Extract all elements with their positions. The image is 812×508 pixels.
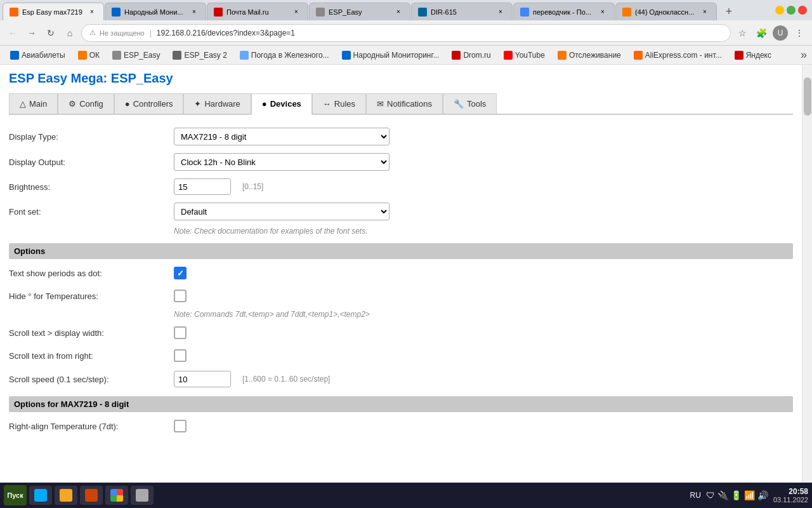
page-title: ESP Easy Mega: ESP_Easy (9, 71, 793, 86)
tab-notifications-label: Notifications (387, 99, 432, 109)
bookmark-ok[interactable]: ОК (73, 49, 105, 62)
taskbar-ie[interactable] (29, 486, 52, 505)
forward-button[interactable]: → (24, 25, 39, 41)
tab-close-5[interactable]: × (495, 7, 506, 17)
start-button[interactable]: Пуск (4, 485, 27, 505)
tab-devices[interactable]: ● Devices (251, 93, 312, 115)
menu-button[interactable]: ⋮ (792, 25, 807, 41)
font-set-control: Default Font1 Font2 (174, 203, 793, 220)
taskbar-chrome[interactable] (105, 486, 128, 505)
scrollbar-thumb[interactable] (804, 77, 811, 116)
scroll-from-right-row: Scroll text in from right: (9, 344, 793, 367)
tab-rules[interactable]: ↔ Rules (312, 93, 366, 114)
tab-devices-icon: ● (262, 99, 267, 109)
extensions-button[interactable]: 🧩 (754, 25, 769, 41)
tab-close-2[interactable]: × (189, 7, 199, 17)
home-button[interactable]: ⌂ (62, 25, 77, 41)
account-button[interactable]: U (773, 25, 788, 41)
tab-notifications[interactable]: ✉ Notifications (366, 93, 443, 114)
tab-close-3[interactable]: × (291, 7, 301, 17)
bookmark-esp-easy-2[interactable]: ESP_Easy 2 (167, 49, 232, 62)
bookmark-narodnyi[interactable]: Народный Мониторинг... (337, 49, 445, 62)
tab-main[interactable]: △ Main (9, 93, 58, 114)
insecure-icon: ⚠ (89, 29, 96, 37)
scroll-from-right-checkbox[interactable] (174, 349, 187, 362)
tab-7[interactable]: (44) Одноклассн... × (615, 3, 717, 20)
options-section-header: Options (9, 243, 793, 259)
bookmark-pogoda[interactable]: Погода в Железного... (235, 49, 334, 62)
refresh-button[interactable]: ↻ (43, 25, 58, 41)
minimize-button[interactable] (775, 6, 784, 15)
bookmark-star[interactable]: ☆ (735, 25, 750, 41)
font-set-select[interactable]: Default Font1 Font2 (174, 203, 390, 220)
brightness-input[interactable] (174, 178, 231, 195)
taskbar-shield-icon: 🛡 (706, 490, 715, 500)
taskbar-files[interactable] (55, 486, 77, 505)
bookmark-label-5: Погода в Железного... (251, 51, 329, 60)
font-set-row: Font set: Default Font1 Font2 (9, 199, 793, 224)
bookmark-favicon-6 (342, 51, 351, 60)
right-align-checkbox[interactable] (174, 420, 187, 432)
tab-config-label: Config (79, 99, 103, 109)
insecure-label: Не защищено (100, 29, 145, 37)
brightness-control: [0..15] (174, 178, 793, 195)
tab-close-7[interactable]: × (700, 7, 710, 17)
tab-4[interactable]: ESP_Easy × (309, 3, 410, 20)
hide-degree-label: Hide ° for Temperatures: (9, 291, 174, 301)
tab-1[interactable]: Esp Easy max7219 × (3, 3, 104, 20)
scroll-speed-row: Scroll speed (0.1 sec/step): [1..600 = 0… (9, 367, 793, 391)
display-type-select[interactable]: MAX7219 - 8 digit MAX7219 - 7 digit TM16… (174, 128, 390, 145)
tab-config[interactable]: ⚙ Config (58, 93, 114, 114)
taskbar: Пуск RU 🛡 🔌 🔋 📶 🔊 (0, 483, 812, 508)
bookmark-youtube[interactable]: YouTube (499, 49, 550, 62)
tab-controllers[interactable]: ● Controllers (114, 93, 184, 114)
tab-5[interactable]: DIR-615 × (411, 3, 513, 20)
scroll-speed-input[interactable] (174, 371, 231, 387)
tab-config-icon: ⚙ (69, 99, 76, 109)
address-input[interactable]: ⚠ Не защищено | 192.168.0.216/devices?in… (81, 24, 731, 42)
hide-degree-row: Hide ° for Temperatures: (9, 284, 793, 307)
tab-2[interactable]: Народный Мони... × (105, 3, 206, 20)
bookmark-aliexpress[interactable]: AliExpress.com - инт... (629, 49, 727, 62)
maximize-button[interactable] (787, 6, 796, 15)
bookmark-favicon-2 (78, 51, 87, 60)
text-periods-checkbox[interactable] (174, 267, 187, 279)
tab-tools[interactable]: 🔧 Tools (443, 93, 497, 114)
bookmark-drom[interactable]: Drom.ru (447, 49, 495, 62)
bookmark-favicon-8 (504, 51, 513, 60)
hide-degree-checkbox[interactable] (174, 290, 187, 302)
close-button[interactable] (798, 6, 807, 15)
tab-close-1[interactable]: × (87, 7, 97, 17)
tab-6[interactable]: переводчик - По... × (513, 3, 615, 20)
taskbar-media[interactable] (80, 486, 103, 505)
bookmark-label-11: Яндекс (746, 51, 771, 60)
brightness-row: Brightness: [0..15] (9, 175, 793, 199)
taskbar-date: 03.11.2022 (773, 496, 808, 504)
bookmark-yandex[interactable]: Яндекс (730, 49, 776, 62)
bookmark-aviabilety[interactable]: Авиабилеты (5, 49, 70, 62)
page-scrollbar[interactable] (802, 65, 812, 483)
display-output-select[interactable]: Clock 12h - No Blink Clock 24h - No Blin… (174, 153, 390, 171)
tab-close-6[interactable]: × (598, 7, 608, 17)
tab-favicon-7 (622, 8, 631, 17)
back-button[interactable]: ← (5, 25, 20, 41)
scroll-text-checkbox[interactable] (174, 326, 187, 339)
taskbar-network[interactable] (131, 486, 154, 505)
bookmark-tracking[interactable]: Отслеживание (553, 49, 626, 62)
bookmark-favicon-7 (452, 51, 461, 60)
tab-favicon-1 (10, 8, 18, 17)
bookmarks-more-button[interactable]: » (801, 48, 807, 62)
page-inner: ESP Easy Mega: ESP_Easy △ Main ⚙ Config … (0, 65, 802, 483)
new-tab-button[interactable]: + (720, 3, 738, 20)
bookmark-label-9: Отслеживание (569, 51, 621, 60)
tab-3[interactable]: Почта Mail.ru × (207, 3, 308, 20)
bookmark-label-7: Drom.ru (463, 51, 490, 60)
tab-hardware[interactable]: ✦ Hardware (183, 93, 251, 114)
taskbar-clock: 20:58 03.11.2022 (773, 487, 808, 504)
tab-close-4[interactable]: × (393, 7, 403, 17)
display-type-label: Display Type: (9, 132, 174, 142)
font-note: Note: Check documentation for examples o… (9, 224, 793, 238)
tab-favicon-6 (520, 8, 529, 17)
right-align-label: Right-align Temperature (7dt): (9, 422, 174, 431)
bookmark-esp-easy[interactable]: ESP_Easy (107, 49, 165, 62)
